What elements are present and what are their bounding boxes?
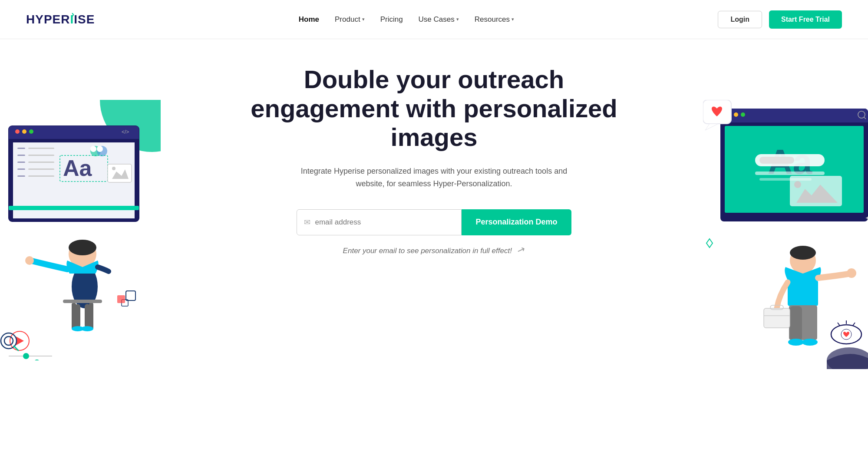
svg-marker-41 (16, 337, 24, 345)
svg-point-79 (802, 339, 818, 346)
hero-section: </> Aa (0, 39, 868, 452)
svg-point-47 (4, 337, 13, 345)
start-trial-button[interactable]: Start Free Trial (769, 10, 842, 29)
nav-link-home[interactable]: Home (293, 12, 325, 27)
hint-text: Enter your email to see personalization … (343, 247, 512, 255)
svg-rect-37 (85, 304, 90, 328)
email-input[interactable] (315, 218, 454, 227)
logo-part1: HYPER (26, 13, 70, 26)
chevron-down-icon-2: ▾ (456, 16, 459, 22)
svg-rect-17 (17, 175, 25, 177)
nav-item-home[interactable]: Home (293, 12, 325, 27)
email-wrapper: ✉ (297, 209, 462, 235)
svg-line-86 (853, 323, 855, 326)
hero-subtitle: Integrate Hyperise personalized images w… (300, 165, 569, 190)
svg-rect-11 (17, 155, 25, 156)
personalization-demo-button[interactable]: Personalization Demo (462, 209, 571, 235)
nav-item-product[interactable]: Product ▾ (329, 12, 371, 27)
svg-text:✦: ✦ (865, 213, 868, 224)
nav-actions: Login Start Free Trial (718, 10, 842, 29)
email-icon: ✉ (304, 218, 310, 227)
svg-point-39 (81, 326, 93, 331)
hero-title: Double your outreach engagement with per… (239, 65, 630, 152)
nav-link-use-cases[interactable]: Use Cases ▾ (413, 12, 465, 27)
logo-text: HYPER ›IISE (26, 13, 95, 26)
svg-rect-49 (126, 291, 135, 300)
svg-rect-13 (17, 162, 25, 163)
svg-point-45 (34, 360, 40, 360)
navbar: HYPER ›IISE Home Product ▾ Pricing Use C… (0, 0, 868, 39)
svg-rect-73 (788, 280, 818, 306)
email-form: ✉ Personalization Demo (282, 209, 586, 235)
svg-rect-33 (63, 300, 102, 303)
svg-rect-51 (117, 295, 125, 303)
chevron-down-icon: ▾ (362, 16, 365, 22)
svg-point-78 (788, 339, 804, 346)
chevron-down-icon-3: ▾ (512, 16, 514, 22)
svg-rect-9 (17, 148, 25, 149)
nav-links: Home Product ▾ Pricing Use Cases ▾ Resou… (293, 12, 520, 27)
hint-container: Enter your email to see personalization … (26, 243, 842, 256)
svg-line-87 (838, 323, 840, 326)
nav-link-product[interactable]: Product ▾ (329, 12, 371, 27)
svg-rect-15 (17, 168, 25, 170)
logo[interactable]: HYPER ›IISE (26, 13, 95, 26)
logo-arrow: › (72, 9, 75, 19)
svg-point-4 (15, 129, 20, 134)
hint-arrow-icon: ↗ (515, 243, 527, 257)
svg-point-74 (847, 268, 856, 278)
svg-rect-77 (804, 306, 816, 341)
svg-point-43 (23, 353, 29, 359)
svg-point-32 (25, 256, 34, 265)
svg-rect-36 (75, 304, 80, 328)
nav-link-resources[interactable]: Resources ▾ (469, 12, 520, 27)
nav-link-pricing[interactable]: Pricing (374, 12, 409, 27)
nav-item-pricing[interactable]: Pricing (374, 12, 409, 27)
svg-rect-76 (790, 306, 802, 341)
logo-part2: ISE (74, 13, 95, 26)
svg-point-88 (827, 347, 868, 369)
login-button[interactable]: Login (718, 11, 762, 28)
svg-rect-80 (764, 308, 790, 328)
hero-center: Double your outreach engagement with per… (26, 65, 842, 256)
nav-item-resources[interactable]: Resources ▾ (469, 12, 520, 27)
nav-item-use-cases[interactable]: Use Cases ▾ (413, 12, 465, 27)
